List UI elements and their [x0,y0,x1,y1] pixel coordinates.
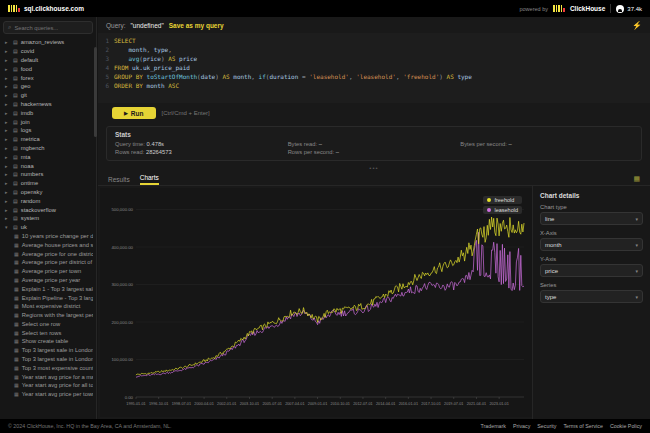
chevron-down-icon: ▾ [635,216,638,222]
github-link[interactable]: 37.4k [616,5,642,13]
tab-results[interactable]: Results [108,176,130,185]
legend-dot [487,198,491,202]
chart-canvas: 0.00100,000.00200,000.00300,000.00400,00… [100,188,532,417]
sidebar-item-system[interactable]: ▸▤system [3,214,93,223]
query-label: Query: [106,22,126,29]
svg-text:2002-01-01: 2002-01-01 [217,402,236,406]
sidebar-query-item[interactable]: ▦Explain Pipeline - Top 3 largest s... [3,293,93,302]
chevron-right-icon: ▸ [5,83,10,89]
stat-rows-read-: Rows read: 28264573 [115,149,288,155]
sidebar-item-join[interactable]: ▸▤join [3,117,93,126]
database-icon: ▤ [13,57,18,63]
clickhouse-logo-icon [553,5,565,12]
resize-handle[interactable]: ••• [98,164,650,172]
database-icon: ▤ [13,39,18,45]
app-logo[interactable]: sql.clickhouse.com [8,5,84,12]
footer-link[interactable]: Privacy [513,423,530,429]
sidebar-query-item[interactable]: ▦Average price per district of Brit... [3,258,93,267]
run-button[interactable]: ▶ Run [112,107,156,119]
sidebar-query-item[interactable]: ▦Regions with the largest percent... [3,311,93,320]
footer-link[interactable]: Security [537,423,556,429]
sidebar-item-food[interactable]: ▸▤food [3,64,93,73]
sidebar-item-logs[interactable]: ▸▤logs [3,126,93,135]
sidebar-query-item[interactable]: ▦Top 3 largest sale in London - op... [3,355,93,364]
sidebar-query-item[interactable]: ▦Average price for one district [3,249,93,258]
chevron-right-icon: ▸ [5,171,10,177]
svg-text:2014-04-01: 2014-04-01 [376,402,395,406]
svg-text:2023-01-01: 2023-01-01 [489,402,508,406]
series-line-freehold [136,217,524,375]
sidebar-item-random[interactable]: ▸▤random [3,196,93,205]
search-box[interactable]: ⌕ [3,21,93,34]
sidebar-query-item[interactable]: ▦Average house prices and sales p... [3,240,93,249]
footer-links: TrademarkPrivacySecurityTerms of Service… [481,423,642,429]
sidebar-item-hackernews[interactable]: ▸▤hackernews [3,100,93,109]
sidebar-item-opensky[interactable]: ▸▤opensky [3,188,93,197]
sidebar-query-item[interactable]: ▦Select one row [3,320,93,329]
sidebar-item-covid[interactable]: ▸▤covid [3,47,93,56]
sidebar-query-item[interactable]: ▦Average price per year [3,276,93,285]
select-y-axis[interactable]: price▾ [540,264,643,277]
select-x-axis[interactable]: month▾ [540,238,643,251]
svg-text:2017-10-01: 2017-10-01 [421,402,440,406]
legend-item-freehold[interactable]: freehold [483,196,522,204]
line-chart: 0.00100,000.00200,000.00300,000.00400,00… [100,188,532,417]
sidebar-item-imdb[interactable]: ▸▤imdb [3,108,93,117]
sidebar-query-item[interactable]: ▦Show create table [3,337,93,346]
lightning-icon[interactable]: ⚡ [632,21,642,30]
sidebar-item-stackoverflow[interactable]: ▸▤stackoverflow [3,205,93,214]
save-query-button[interactable]: Save as my query [169,22,224,29]
tab-charts[interactable]: Charts [140,174,159,185]
footer-link[interactable]: Terms of Service [563,423,602,429]
sidebar-query-item[interactable]: ▦Explain 1 - Top 3 largest sale in L... [3,284,93,293]
sidebar-item-geo[interactable]: ▸▤geo [3,82,93,91]
select-series[interactable]: type▾ [540,290,643,303]
field-label: X-Axis [540,230,643,236]
sql-editor[interactable]: 1SELECT2 month, type,3 avg(price) AS pri… [98,33,650,103]
sidebar-item-git[interactable]: ▸▤git [3,91,93,100]
search-input[interactable] [14,25,84,31]
sidebar-query-item[interactable]: ▦Year start avg price for a manual [3,372,93,381]
database-icon: ▤ [13,66,18,72]
sidebar-query-item[interactable]: ▦Top 3 most expensive counties [3,363,93,372]
sidebar-query-item[interactable]: ▦Most expensive district [3,302,93,311]
chevron-right-icon: ▸ [5,92,10,98]
sidebar-query-item[interactable]: ▦Year start avg price per town [3,390,93,399]
sidebar-item-mgbench[interactable]: ▸▤mgbench [3,144,93,153]
legend-item-leasehold[interactable]: leasehold [483,206,522,214]
sidebar-item-uk[interactable]: ▾▤uk [3,223,93,232]
sidebar-item-forex[interactable]: ▸▤forex [3,73,93,82]
chart-settings-icon[interactable]: ▦ [633,175,640,185]
sidebar-query-item[interactable]: ▦Average price per town [3,267,93,276]
footer-link[interactable]: Trademark [481,423,506,429]
table-icon: ▦ [14,268,19,274]
legend-dot [487,208,491,212]
table-icon: ▦ [14,295,19,301]
stat-bytes-read-: Bytes read: – [288,141,461,147]
table-icon: ▦ [14,330,19,336]
footer-link[interactable]: Cookie Policy [610,423,642,429]
top-header: sql.clickhouse.com powered by ClickHouse… [0,0,650,17]
database-icon: ▤ [13,207,18,213]
sidebar-item-amazon_reviews[interactable]: ▸▤amazon_reviews [3,38,93,47]
sidebar-scrollbar[interactable] [94,17,97,419]
sidebar-item-metrica[interactable]: ▸▤metrica [3,135,93,144]
sidebar-item-mta[interactable]: ▸▤mta [3,152,93,161]
sidebar-query-item[interactable]: ▦Select ten rows [3,328,93,337]
divider [610,4,611,13]
database-icon: ▤ [13,101,18,107]
select-chart-type[interactable]: line▾ [540,212,643,225]
chevron-down-icon: ▾ [5,224,10,230]
sidebar-query-item[interactable]: ▦Top 3 largest sale in London [3,346,93,355]
sidebar-item-ontime[interactable]: ▸▤ontime [3,179,93,188]
svg-text:500,000.00: 500,000.00 [111,207,133,212]
brand-name: ClickHouse [570,5,605,12]
chevron-right-icon: ▸ [5,127,10,133]
sidebar-item-noaa[interactable]: ▸▤noaa [3,161,93,170]
sidebar-query-item[interactable]: ▦10 years price change per district [3,232,93,241]
github-icon [616,5,624,13]
svg-text:1996-10-01: 1996-10-01 [149,402,168,406]
sidebar-item-default[interactable]: ▸▤default [3,56,93,65]
sidebar-item-numbers[interactable]: ▸▤numbers [3,170,93,179]
sidebar-query-item[interactable]: ▦Year start avg price for all towns [3,381,93,390]
